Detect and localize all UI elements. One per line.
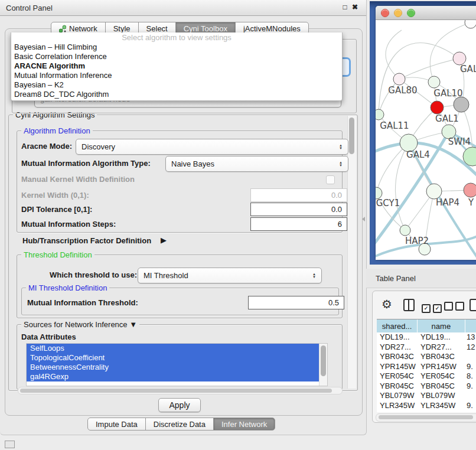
splitter-handle-icon[interactable] xyxy=(362,217,365,221)
network-node-gal10[interactable] xyxy=(428,76,440,88)
gear-icon[interactable]: ⚙ xyxy=(382,297,392,311)
network-node[interactable] xyxy=(454,97,469,112)
network-node-gal1[interactable] xyxy=(431,101,444,114)
screenshot-root: { "control_panel": { "title": "Control P… xyxy=(0,0,476,450)
apply-button[interactable]: Apply xyxy=(158,398,201,412)
node-label-gal4: GAL4 xyxy=(406,149,430,160)
network-node-gcy1[interactable] xyxy=(376,187,382,199)
table-header-row: shared...nameA xyxy=(377,319,476,333)
dropdown-item-aracne-algorithm[interactable]: ARACNE Algorithm xyxy=(11,61,342,71)
tab-label: Discretize Data xyxy=(154,420,206,429)
table-cell: 13 xyxy=(465,332,476,343)
table-row[interactable]: YIL052CYIL052C9. xyxy=(377,410,476,412)
attribute-item-betweennesscentrality[interactable]: BetweennessCentrality xyxy=(27,363,319,372)
table-row[interactable]: YBL079WYBL079W xyxy=(377,391,476,401)
node-label-gal10: GAL10 xyxy=(433,88,462,99)
aracne-mode-combo[interactable]: Discovery ▲▼ xyxy=(76,139,348,155)
node-label-hap2: HAP2 xyxy=(405,236,429,246)
algorithm-dropdown-items: Bayesian – Hill ClimbingBasic Correlatio… xyxy=(11,43,342,99)
network-node-gal[interactable] xyxy=(453,52,466,65)
table-row[interactable]: YPR145WYPR145W9. xyxy=(377,362,476,372)
list-scrollbar-thumb[interactable] xyxy=(321,345,326,376)
mi-steps-field[interactable]: 6 xyxy=(250,217,347,231)
deselect-all-columns-icon[interactable] xyxy=(444,302,467,313)
node-label-gal: GAL xyxy=(460,64,476,74)
dpi-tolerance-field[interactable]: 0.0 xyxy=(250,203,347,216)
close-window-icon[interactable]: ✖ xyxy=(351,3,359,11)
hub-section-label[interactable]: Hub/Transcription Factor Definition xyxy=(22,236,151,245)
dropdown-item-bayesian-k2[interactable]: Bayesian – K2 xyxy=(11,80,342,90)
mi-threshold-field[interactable]: 0.5 xyxy=(248,296,344,309)
settings-scrollbar[interactable] xyxy=(347,116,356,389)
tab-label: Infer Network xyxy=(221,420,267,429)
table-row[interactable]: YDR27...YDR27...12 xyxy=(377,343,476,353)
attribute-item-topologicalcoefficient[interactable]: TopologicalCoefficient xyxy=(27,353,319,363)
split-columns-icon[interactable] xyxy=(403,299,415,311)
bottom-tabs: Impute DataDiscretize DataInfer Network xyxy=(87,418,275,431)
list-scrollbar[interactable] xyxy=(319,344,327,386)
table-row[interactable]: YBR043CYBR043C xyxy=(377,352,476,362)
data-attributes-list[interactable]: SelfLoopsTopologicalCoefficientBetweenne… xyxy=(26,343,328,386)
node-label-gal1: GAL1 xyxy=(435,113,459,124)
dropdown-item-bayesian-hill-climbing[interactable]: Bayesian – Hill Climbing xyxy=(11,43,342,52)
minimize-traffic-light-icon[interactable] xyxy=(394,9,402,17)
network-node[interactable] xyxy=(465,20,476,28)
table-row[interactable]: YBR045CYBR045C9. xyxy=(377,381,476,392)
which-threshold-combo[interactable]: MI Threshold ▲▼ xyxy=(138,268,322,283)
dpi-tolerance-label: DPI Tolerance [0,1]: xyxy=(21,205,92,214)
network-edge[interactable] xyxy=(386,30,402,79)
control-panel-title: Control Panel xyxy=(6,4,53,12)
zoom-traffic-light-icon[interactable] xyxy=(407,9,415,17)
dropdown-item-mutual-information-inference[interactable]: Mutual Information Inference xyxy=(11,71,342,80)
table-row[interactable]: YLR345WYLR345W9. xyxy=(377,401,476,411)
close-traffic-light-icon[interactable] xyxy=(381,9,389,17)
network-edge[interactable] xyxy=(379,43,459,115)
network-node-y[interactable] xyxy=(464,183,476,197)
sources-collapse-icon[interactable]: ▼ xyxy=(129,320,137,329)
mi-type-combo[interactable]: Naive Bayes ▲▼ xyxy=(165,156,348,172)
tab-label: Impute Data xyxy=(96,420,138,429)
attribute-item-gal4rgexp[interactable]: gal4RGexp xyxy=(27,372,319,381)
attribute-item-selfloops[interactable]: SelfLoops xyxy=(27,344,319,353)
dropdown-item-basic-correlation-inference[interactable]: Basic Correlation Inference xyxy=(11,52,342,61)
kernel-width-field[interactable]: 0.0 xyxy=(250,188,347,202)
table-cell: YBR043C xyxy=(418,352,465,362)
dropdown-item-dream8-dc-tdc-algorithm[interactable]: Dream8 DC_TDC Algorithm xyxy=(11,90,342,99)
partial-toolbar-icon[interactable] xyxy=(470,299,476,311)
table-row[interactable]: YDL19...YDL19...13 xyxy=(377,332,476,343)
select-all-columns-icon[interactable]: ✓✓ xyxy=(422,302,444,313)
settings-scrollbar-thumb[interactable] xyxy=(349,118,354,154)
table-row[interactable]: YER054CYER054C8. xyxy=(377,371,476,381)
table-cell: 12 xyxy=(465,343,476,353)
tab-label: Network xyxy=(69,24,97,33)
algorithm-dropdown: Select algorithm to view settings Bayesi… xyxy=(11,32,343,101)
network-canvas[interactable]: GALGAL80GAL10GAL1SWI4GAL4GAL11GCY1HAP4YH… xyxy=(376,20,476,260)
bottom-tab-discretize-data[interactable]: Discretize Data xyxy=(145,418,214,431)
bottom-tab-infer-network[interactable]: Infer Network xyxy=(213,418,275,431)
collapsed-panel-icon[interactable] xyxy=(5,441,15,448)
network-node-gal80[interactable] xyxy=(393,73,405,85)
dpi-tolerance-value: 0.0 xyxy=(331,205,342,214)
sources-group-title: Sources for Network Inference ▼ xyxy=(21,320,139,329)
table-h-scrollbar[interactable] xyxy=(376,413,476,422)
float-window-icon[interactable]: □ xyxy=(341,3,349,11)
network-edge[interactable] xyxy=(399,58,459,79)
list-h-scrollbar[interactable] xyxy=(18,387,343,394)
column-header-shared[interactable]: shared... xyxy=(377,319,418,332)
hub-expand-icon[interactable]: ▶ xyxy=(161,236,167,244)
algorithm-dropdown-placeholder: Select algorithm to view settings xyxy=(11,32,342,43)
table-panel-title: Table Panel xyxy=(376,274,416,283)
table-body[interactable]: YDL19...YDL19...13YDR27...YDR27...12YBR0… xyxy=(377,332,476,412)
column-header-a[interactable]: A xyxy=(465,319,476,332)
table-cell: YDL19... xyxy=(377,332,418,343)
table-h-scrollbar-thumb[interactable] xyxy=(379,415,473,419)
manual-kernel-checkbox[interactable] xyxy=(326,175,335,184)
column-header-name[interactable]: name xyxy=(418,319,465,332)
tab-label: jActiveMNodules xyxy=(243,24,301,33)
network-node-hap2[interactable] xyxy=(400,225,410,236)
network-node-gal11[interactable] xyxy=(376,109,384,120)
bottom-tab-impute-data[interactable]: Impute Data xyxy=(87,418,146,431)
list-h-scrollbar-thumb[interactable] xyxy=(20,389,332,393)
sources-title-text: Sources for Network Inference xyxy=(24,320,128,329)
table-cell: YLR345W xyxy=(377,401,418,411)
